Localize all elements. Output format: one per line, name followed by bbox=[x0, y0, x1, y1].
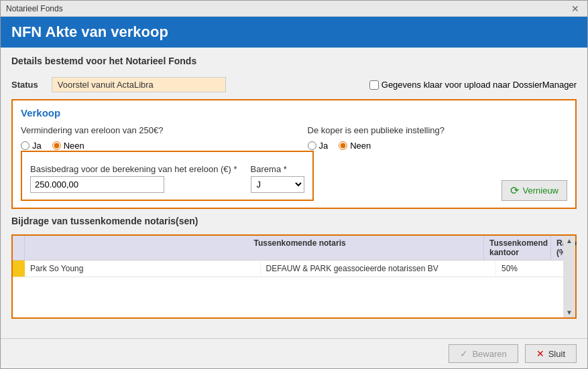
content-area: Details bestemd voor het Notarieel Fonds… bbox=[1, 48, 587, 338]
status-label: Status bbox=[11, 80, 38, 90]
col-header-indicator bbox=[13, 236, 25, 260]
bijdrage-title: Bijdrage van tussenkomende notaris(sen) bbox=[11, 216, 577, 226]
footer: ✓ Bewaren ✕ Sluit bbox=[1, 338, 587, 368]
main-window: Notarieel Fonds ✕ NFN Akte van verkoop D… bbox=[0, 0, 588, 369]
title-bar: Notarieel Fonds ✕ bbox=[1, 1, 587, 17]
bijdrage-table: Tussenkomende notaris Tussenkomend kanto… bbox=[11, 234, 577, 319]
reduction-radio-group: Vermindering van ereloon van 250€? Ja Ne… bbox=[21, 125, 281, 151]
status-row: Status Voorstel vanuit ActaLibra Gegeven… bbox=[11, 77, 577, 92]
section-heading: Details bestemd voor het Notarieel Fonds bbox=[11, 56, 577, 66]
col-header-notaris: Tussenkomende notaris bbox=[249, 236, 485, 260]
publiek-neen-option[interactable]: Neen bbox=[339, 141, 371, 151]
page-title: NFN Akte van verkoop bbox=[11, 23, 577, 41]
table-scrollbar[interactable]: ▲ ▼ bbox=[563, 236, 575, 317]
status-value: Voorstel vanuit ActaLibra bbox=[52, 77, 226, 92]
table-row[interactable]: Park So Young DEFAUW & PARK geassocieerd… bbox=[13, 261, 563, 277]
sluit-button[interactable]: ✕ Sluit bbox=[525, 344, 577, 363]
scrollbar-down-icon[interactable]: ▼ bbox=[566, 309, 573, 316]
bijdrage-section: Bijdrage van tussenkomende notaris(sen) … bbox=[11, 216, 577, 319]
cell-kantoor: DEFAUW & PARK geassocieerde notarissen B… bbox=[261, 261, 497, 276]
header-bar: NFN Akte van verkoop bbox=[1, 17, 587, 48]
verkoop-title: Verkoop bbox=[21, 107, 567, 119]
reduction-neen-radio[interactable] bbox=[52, 141, 61, 150]
basis-barema-box: Basisbedrag voor de berekening van het e… bbox=[21, 151, 314, 201]
row-indicator bbox=[13, 261, 25, 277]
check-icon: ✓ bbox=[460, 348, 468, 359]
basis-input[interactable] bbox=[30, 176, 164, 193]
publiek-ja-label: Ja bbox=[319, 141, 329, 151]
window-title: Notarieel Fonds bbox=[6, 4, 63, 13]
basis-label: Basisbedrag voor de berekening van het e… bbox=[30, 164, 237, 174]
upload-checkbox-label[interactable]: Gegevens klaar voor upload naar DossierM… bbox=[369, 80, 577, 90]
radio-groups-row: Vermindering van ereloon van 250€? Ja Ne… bbox=[21, 125, 567, 151]
table-empty-area bbox=[13, 277, 563, 317]
barema-field-group: Barema * J K L bbox=[251, 164, 304, 193]
basis-field-group: Basisbedrag voor de berekening van het e… bbox=[30, 164, 237, 193]
verkoop-section: Verkoop Vermindering van ereloon van 250… bbox=[11, 99, 577, 209]
table-main: Tussenkomende notaris Tussenkomend kanto… bbox=[13, 236, 563, 317]
col-header-ratio: Ratio (%) bbox=[551, 236, 563, 260]
upload-checkbox[interactable] bbox=[369, 80, 379, 90]
vernieuw-button[interactable]: ⟳ Vernieuw bbox=[502, 180, 567, 201]
publiek-options: Ja Neen bbox=[308, 141, 568, 151]
close-button[interactable]: ✕ bbox=[569, 3, 582, 14]
barema-select[interactable]: J K L bbox=[251, 176, 304, 193]
publiek-radio-group: De koper is een publieke instelling? Ja … bbox=[308, 125, 568, 151]
barema-label: Barema * bbox=[251, 164, 304, 174]
table-wrapper: Tussenkomende notaris Tussenkomend kanto… bbox=[13, 236, 575, 317]
reduction-neen-option[interactable]: Neen bbox=[52, 141, 84, 151]
reduction-ja-option[interactable]: Ja bbox=[21, 141, 42, 151]
form-vernieuw-row: Basisbedrag voor de berekening van het e… bbox=[21, 151, 567, 201]
reduction-neen-label: Neen bbox=[64, 141, 84, 151]
reduction-options: Ja Neen bbox=[21, 141, 281, 151]
refresh-icon: ⟳ bbox=[510, 184, 519, 197]
sluit-label: Sluit bbox=[548, 349, 565, 359]
publiek-ja-radio[interactable] bbox=[308, 141, 316, 150]
bewaren-button[interactable]: ✓ Bewaren bbox=[449, 344, 518, 363]
upload-checkbox-text: Gegevens klaar voor upload naar DossierM… bbox=[381, 80, 577, 90]
form-fields-row: Basisbedrag voor de berekening van het e… bbox=[30, 164, 304, 193]
table-header: Tussenkomende notaris Tussenkomend kanto… bbox=[13, 236, 563, 261]
reduction-ja-radio[interactable] bbox=[21, 141, 30, 150]
x-icon: ✕ bbox=[536, 348, 544, 359]
vernieuw-label: Vernieuw bbox=[523, 186, 558, 196]
reduction-label: Vermindering van ereloon van 250€? bbox=[21, 125, 281, 135]
publiek-label: De koper is een publieke instelling? bbox=[308, 125, 568, 135]
cell-ratio: 50% bbox=[496, 261, 563, 276]
scrollbar-up-icon[interactable]: ▲ bbox=[566, 237, 573, 244]
reduction-ja-label: Ja bbox=[32, 141, 42, 151]
cell-notaris: Park So Young bbox=[25, 261, 261, 276]
col-header-kantoor: Tussenkomend kantoor bbox=[484, 236, 551, 260]
publiek-neen-radio[interactable] bbox=[339, 141, 347, 150]
publiek-ja-option[interactable]: Ja bbox=[308, 141, 329, 151]
publiek-neen-label: Neen bbox=[350, 141, 371, 151]
bewaren-label: Bewaren bbox=[472, 349, 506, 359]
